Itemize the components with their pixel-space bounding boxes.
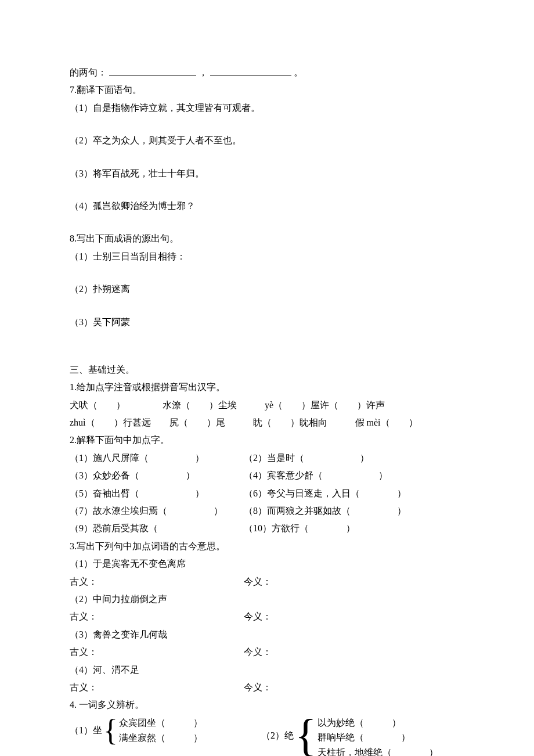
- q2-4: （4）宾客意少舒（ ）: [244, 467, 464, 484]
- q2-9: （9）恐前后受其敌（: [70, 520, 244, 537]
- q2-10: （10）方欲行（ ）: [244, 520, 464, 537]
- q4-2-c: 天柱折，地维绝（ ）: [317, 745, 438, 756]
- q2-1: （1）施八尺屏障（ ）: [70, 449, 244, 467]
- comma: ，: [199, 67, 208, 77]
- q3-2-jin: 今义：: [244, 608, 464, 625]
- q2-8: （8）而两狼之并驱如故（ ）: [244, 502, 464, 520]
- period: 。: [294, 67, 303, 77]
- q4-1-label: （1）坐: [70, 722, 102, 739]
- q3-2-ans: 古义： 今义：: [70, 608, 464, 625]
- q2-6: （6）夸父与日逐走，入日（ ）: [244, 485, 464, 502]
- q7-title: 7.翻译下面语句。: [70, 81, 464, 99]
- q2-title: 2.解释下面句中加点字。: [70, 431, 464, 449]
- q4-2-b: 群响毕绝（ ）: [317, 730, 438, 745]
- q8-item-2: （2）扑朔迷离: [70, 280, 464, 298]
- q2-row-2: （3）众妙必备（ ） （4）宾客意少舒（ ）: [70, 467, 464, 484]
- q3-4-ans: 古义： 今义：: [70, 679, 464, 696]
- q3-1-jin: 今义：: [244, 573, 464, 591]
- section-3-title: 三、基础过关。: [70, 361, 464, 379]
- text-prefix: 的两句：: [70, 67, 107, 77]
- q2-7: （7）故水潦尘埃归焉（ ）: [70, 502, 244, 520]
- q4-1-b: 满坐寂然（ ）: [119, 730, 203, 746]
- q2-5: （5）奋袖出臂（ ）: [70, 485, 244, 502]
- q3-1-ans: 古义： 今义：: [70, 573, 464, 591]
- q3-title: 3.写出下列句中加点词语的古今意思。: [70, 538, 464, 555]
- q2-row-3: （5）奋袖出臂（ ） （6）夸父与日逐走，入日（ ）: [70, 485, 464, 502]
- q4-2-label: （2）绝: [261, 727, 294, 744]
- q7-item-1: （1）自是指物作诗立就，其文理皆有可观者。: [70, 99, 464, 117]
- q1-title: 1.给加点字注音或根据拼音写出汉字。: [70, 379, 464, 396]
- q7-item-4: （4）孤岂欲卿治经为博士邪？: [70, 197, 464, 215]
- q3-4-gu: 古义：: [70, 679, 244, 696]
- brace-icon: {: [295, 715, 316, 756]
- blank-2[interactable]: [210, 64, 291, 75]
- q4-row-1: （1）坐 { 众宾团坐（ ） 满坐寂然（ ） （2）绝 { 以为妙绝（ ） 群响…: [70, 714, 464, 756]
- q2-row-1: （1）施八尺屏障（ ） （2）当是时（ ）: [70, 449, 464, 467]
- q7-item-3: （3）将军百战死，壮士十年归。: [70, 165, 464, 182]
- q3-item-1: （1）于是宾客无不变色离席: [70, 555, 464, 573]
- q1-line-2: zhuì（ ）行甚远 尻（ ）尾 眈（ ）眈相向 假 mèi（ ）: [70, 414, 464, 431]
- q4-title: 4. 一词多义辨析。: [70, 696, 464, 714]
- q7-item-2: （2）卒之为众人，则其受于人者不至也。: [70, 132, 464, 149]
- brace-icon: {: [103, 715, 118, 746]
- q4-2: （2）绝 { 以为妙绝（ ） 群响毕绝（ ） 天柱折，地维绝（ ）: [261, 715, 464, 756]
- q3-4-jin: 今义：: [244, 679, 464, 696]
- q4-1-a: 众宾团坐（ ）: [119, 715, 203, 730]
- q1-line-1: 犬吠（ ） 水潦（ ）尘埃 yè（ ）屋许（ ）许声: [70, 397, 464, 414]
- q3-3-ans: 古义： 今义：: [70, 643, 464, 661]
- q3-item-2: （2）中间力拉崩倒之声: [70, 591, 464, 608]
- q3-2-gu: 古义：: [70, 608, 244, 625]
- q8-item-3: （3）吴下阿蒙: [70, 314, 464, 331]
- q3-3-gu: 古义：: [70, 643, 244, 661]
- q2-3: （3）众妙必备（ ）: [70, 467, 244, 484]
- q4-1: （1）坐 { 众宾团坐（ ） 满坐寂然（ ）: [70, 715, 261, 746]
- q2-row-4: （7）故水潦尘埃归焉（ ） （8）而两狼之并驱如故（ ）: [70, 502, 464, 520]
- q8-item-1: （1）士别三日当刮目相待：: [70, 248, 464, 265]
- q3-3-jin: 今义：: [244, 643, 464, 661]
- q2-row-5: （9）恐前后受其敌（ （10）方欲行（ ）: [70, 520, 464, 537]
- q3-1-gu: 古义：: [70, 573, 244, 591]
- q3-item-4: （4）河、渭不足: [70, 661, 464, 679]
- document-page: 的两句： ， 。 7.翻译下面语句。 （1）自是指物作诗立就，其文理皆有可观者。…: [0, 0, 534, 756]
- fill-blank-line: 的两句： ， 。: [70, 64, 464, 81]
- q4-2-a: 以为妙绝（ ）: [317, 715, 438, 730]
- q8-title: 8.写出下面成语的源出句。: [70, 230, 464, 247]
- q3-item-3: （3）禽兽之变诈几何哉: [70, 626, 464, 643]
- blank-1[interactable]: [109, 64, 196, 75]
- q2-2: （2）当是时（ ）: [244, 449, 464, 467]
